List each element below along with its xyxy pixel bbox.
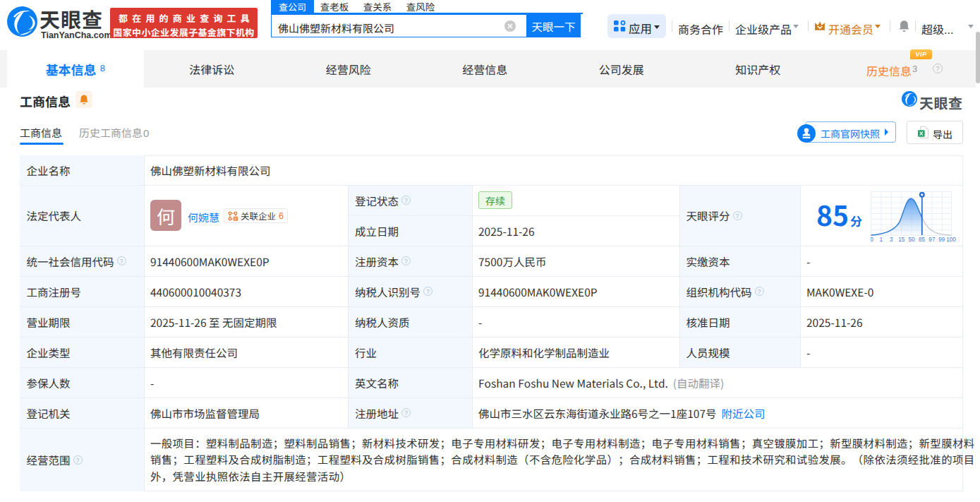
svg-text:3: 3	[890, 237, 893, 243]
svg-text:1: 1	[880, 237, 883, 243]
svg-text:97: 97	[928, 237, 936, 243]
svg-text:0: 0	[871, 237, 873, 243]
svg-text:50: 50	[909, 237, 916, 243]
svg-text:企: 企	[234, 215, 238, 221]
svg-text:85: 85	[919, 237, 926, 243]
svg-text:99: 99	[938, 237, 945, 243]
svg-text:15: 15	[898, 237, 905, 243]
svg-text:100: 100	[946, 237, 956, 243]
